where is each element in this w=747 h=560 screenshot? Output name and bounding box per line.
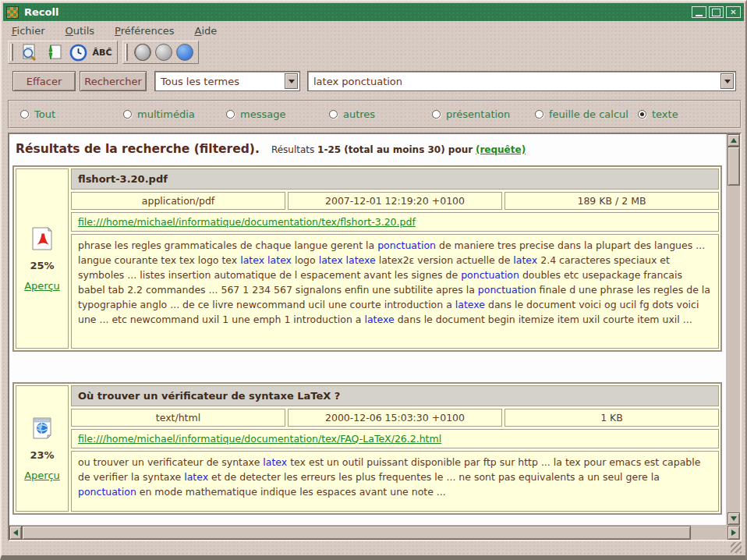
status-bar [2, 540, 745, 555]
vertical-scrollbar-thumb[interactable] [728, 147, 740, 186]
search-button[interactable]: Rechercher [80, 71, 147, 91]
filter-radio-tout[interactable]: Tout [20, 108, 123, 120]
update-index-icon [44, 43, 63, 62]
term-explorer-button[interactable]: ÂBĈ [92, 42, 112, 62]
result-meta-row: text/html 2000-12-06 15:03:30 +0100 1 KB [71, 409, 719, 427]
radio-icon[interactable] [329, 110, 338, 119]
result-size: 189 KB / 2 MB [504, 192, 719, 210]
result-url-link[interactable]: file:///home/michael/informatique/docume… [78, 433, 441, 445]
toolbar-handle[interactable] [10, 44, 13, 61]
filter-label: message [240, 108, 285, 120]
recoll-logo-icon [6, 6, 19, 19]
window-title: Recoll [24, 6, 58, 18]
minimize-icon [692, 7, 706, 17]
result-url-row: file:///home/michael/informatique/docume… [71, 212, 719, 232]
radio-icon[interactable] [432, 110, 441, 119]
result-title: Où trouver un vérificateur de syntaxe La… [71, 385, 719, 406]
filter-label: texte [652, 108, 678, 120]
minimize-button[interactable] [692, 6, 706, 18]
result-url-link[interactable]: file:///home/michael/informatique/docume… [78, 216, 416, 228]
search-mode-select[interactable]: Tous les termes [154, 71, 300, 91]
result-entry: 23% Aperçu Où trouver un vérificateur de… [12, 382, 722, 515]
menu-bar: FichierOutilsPréférencesAide [4, 23, 743, 39]
menu-preferences[interactable]: Préférences [115, 25, 174, 37]
maximize-button[interactable] [709, 6, 724, 18]
result-mime: text/html [71, 409, 285, 427]
scroll-up-button[interactable] [728, 134, 740, 147]
radio-icon[interactable] [123, 110, 132, 119]
filter-radio-autres[interactable]: autres [329, 108, 432, 120]
filter-label: multimédia [137, 108, 195, 120]
update-index-button[interactable] [44, 42, 64, 62]
nav-previous-page-icon[interactable] [155, 44, 172, 61]
chevron-down-icon[interactable] [720, 73, 734, 89]
result-size: 1 KB [504, 409, 719, 427]
nav-first-page-icon[interactable] [134, 44, 151, 61]
radio-icon[interactable] [20, 110, 29, 119]
maximize-icon [710, 7, 723, 17]
result-title: flshort-3.20.pdf [71, 168, 719, 190]
toolbar-handle[interactable] [125, 44, 128, 61]
horizontal-scrollbar-thumb[interactable] [22, 526, 691, 540]
filter-radio-presentation[interactable]: présentation [432, 108, 535, 120]
filter-label: Tout [34, 108, 55, 120]
scroll-left-button[interactable] [9, 526, 22, 540]
result-snippet: ou trouver un verificateur de syntaxe la… [71, 451, 719, 512]
term-explorer-icon: ÂBĈ [93, 48, 112, 58]
radio-selected-icon[interactable] [638, 110, 646, 119]
radio-icon[interactable] [535, 110, 543, 119]
menu-fichier[interactable]: Fichier [12, 25, 45, 37]
result-snippet: phrase les regles grammaticales de chaqu… [71, 234, 719, 349]
radio-icon[interactable] [226, 110, 235, 119]
toolbar-group-nav [122, 41, 199, 64]
recoll-window: Recoll FichierOutilsPréférencesAide [0, 0, 747, 560]
document-preview-icon [20, 43, 39, 62]
results-frame: Résultats de la recherche (filtered). Ré… [8, 133, 742, 541]
triangle-down-icon [731, 516, 737, 521]
result-meta-row: application/pdf 2007-12-01 12:19:20 +010… [71, 192, 719, 210]
result-date: 2000-12-06 15:03:30 +0100 [288, 409, 502, 427]
document-preview-button[interactable] [19, 42, 40, 62]
filter-radio-multimedia[interactable]: multimédia [123, 108, 226, 120]
resize-grip[interactable] [731, 542, 742, 553]
relevance-percent: 23% [30, 449, 54, 461]
filter-radio-message[interactable]: message [226, 108, 329, 120]
filter-label: autres [343, 108, 375, 120]
chevron-down-icon[interactable] [285, 73, 298, 89]
clear-button[interactable]: Effacer [12, 71, 76, 91]
result-mime: application/pdf [71, 192, 285, 210]
query-link[interactable]: (requête) [476, 144, 526, 155]
search-query-input[interactable]: latex ponctuation [307, 71, 736, 91]
results-list: Résultats de la recherche (filtered). Ré… [9, 134, 726, 525]
scroll-right-button[interactable] [728, 526, 740, 540]
scrollbar-track[interactable] [691, 526, 728, 540]
relevance-percent: 25% [30, 260, 54, 271]
result-date: 2007-12-01 12:19:20 +0100 [288, 192, 502, 210]
triangle-right-icon [731, 530, 736, 536]
pdf-document-icon [30, 226, 55, 251]
filter-label: feuille de calcul [549, 108, 628, 120]
triangle-up-icon [731, 138, 737, 143]
results-title: Résultats de la recherche (filtered). [16, 142, 260, 156]
vertical-scrollbar[interactable] [728, 134, 740, 525]
preview-link[interactable]: Aperçu [24, 470, 60, 481]
toolbar-group-tools: ÂBĈ [8, 41, 118, 64]
preview-link[interactable]: Aperçu [24, 280, 60, 292]
title-bar: Recoll [3, 3, 744, 21]
menu-outils[interactable]: Outils [65, 25, 95, 37]
horizontal-scrollbar[interactable] [9, 526, 740, 540]
search-mode-value: Tous les termes [155, 76, 285, 87]
filter-radio-feuilledecalcul[interactable]: feuille de calcul [535, 108, 638, 120]
history-button[interactable] [68, 42, 88, 62]
html-document-icon [30, 416, 55, 441]
close-icon [727, 7, 740, 17]
nav-next-page-icon[interactable] [176, 44, 193, 61]
menu-aide[interactable]: Aide [195, 25, 218, 37]
results-header: Résultats de la recherche (filtered). Ré… [9, 134, 726, 156]
history-clock-icon [69, 44, 87, 62]
toolbar: ÂBĈ [8, 41, 199, 64]
filter-radio-texte[interactable]: texte [638, 108, 678, 120]
close-button[interactable] [726, 6, 741, 18]
search-query-value: latex ponctuation [308, 76, 720, 87]
scroll-down-button[interactable] [728, 512, 740, 525]
